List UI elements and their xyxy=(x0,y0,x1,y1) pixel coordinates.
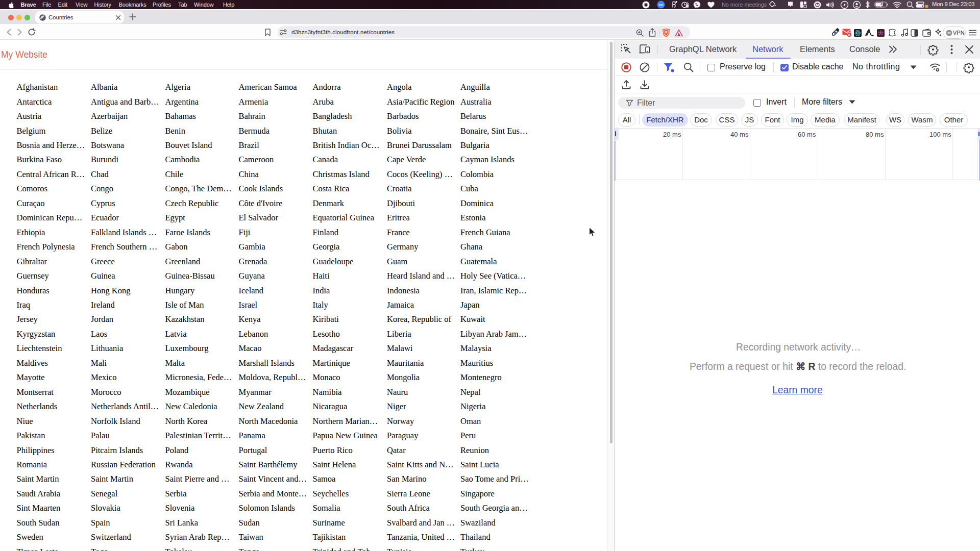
svg-text:zm: zm xyxy=(658,3,664,7)
svg-text:6: 6 xyxy=(848,33,850,37)
